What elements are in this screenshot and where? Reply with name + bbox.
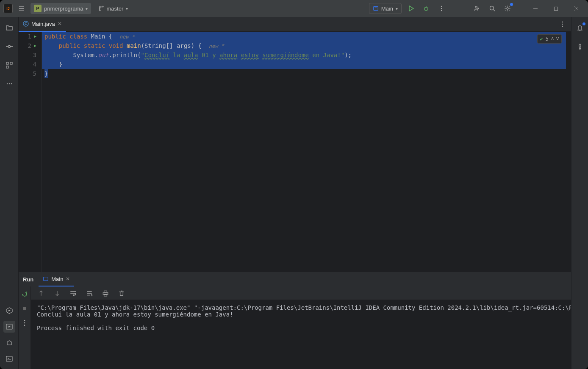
rerun-button[interactable] [19, 288, 31, 300]
svg-point-30 [579, 48, 580, 50]
svg-point-20 [562, 24, 563, 25]
svg-point-24 [24, 320, 25, 321]
project-selector[interactable]: P primerprograma ▾ [31, 3, 91, 14]
terminal-tool-button[interactable] [3, 353, 15, 365]
svg-rect-22 [44, 277, 48, 281]
run-tab-label: Main [51, 276, 63, 282]
scroll-down-button[interactable] [51, 287, 63, 299]
svg-point-7 [507, 8, 508, 9]
left-tool-gutter [0, 17, 19, 369]
project-letter: P [34, 5, 42, 12]
run-tool-button[interactable] [3, 321, 15, 333]
svg-point-15 [11, 83, 11, 84]
run-panel: Run Main ✕ [19, 272, 571, 369]
run-panel-title: Run [23, 276, 33, 283]
svg-point-19 [562, 22, 563, 22]
minimize-button[interactable] [527, 3, 544, 14]
clear-button[interactable] [116, 287, 128, 299]
project-tool-button[interactable] [3, 22, 15, 34]
run-tab[interactable]: Main ✕ [39, 272, 74, 286]
svg-point-13 [6, 83, 7, 84]
editor-tab-more[interactable] [557, 18, 569, 30]
gutter-run-icon[interactable]: ▶ [34, 32, 36, 41]
print-button[interactable] [100, 287, 111, 299]
inspection-widget[interactable]: ✔ 5 ᐱ ᐯ [537, 34, 562, 44]
editor-tab-row: Main.java ✕ [19, 17, 571, 32]
run-button[interactable] [405, 3, 417, 14]
inspection-count: 5 [546, 34, 549, 44]
editor-tab[interactable]: Main.java ✕ [19, 17, 66, 32]
editor-scrollbar[interactable] [566, 32, 571, 272]
scroll-to-end-button[interactable] [83, 287, 95, 299]
svg-rect-8 [554, 7, 557, 10]
right-tool-gutter [571, 17, 588, 369]
run-panel-header: Run Main ✕ [19, 272, 571, 286]
chevron-down-icon: ▾ [86, 6, 88, 11]
svg-point-9 [8, 46, 10, 48]
svg-point-18 [23, 21, 28, 26]
chevron-down-icon: ▾ [126, 6, 128, 11]
svg-point-3 [441, 8, 442, 9]
editor-tab-label: Main.java [31, 21, 55, 27]
check-icon: ✔ [540, 34, 543, 44]
editor-code[interactable]: public class Main { new * public static … [42, 32, 566, 272]
svg-rect-23 [23, 307, 26, 310]
editor-gutter: 1▶ 2▶ 3 4 5 [19, 32, 42, 272]
structure-tool-button[interactable] [3, 59, 15, 71]
gutter-run-icon[interactable]: ▶ [34, 41, 36, 50]
close-button[interactable] [568, 3, 585, 14]
svg-rect-12 [6, 66, 8, 68]
more-run-options[interactable] [435, 3, 447, 14]
svg-point-25 [24, 322, 25, 324]
build-tool-button[interactable] [3, 337, 15, 349]
svg-point-4 [441, 10, 442, 11]
svg-rect-10 [6, 62, 8, 64]
branch-name: master [106, 6, 123, 12]
run-output-toolbar [31, 286, 571, 300]
code-with-me-button[interactable] [471, 3, 483, 14]
git-branch-selector[interactable]: master ▾ [94, 3, 131, 14]
soft-wrap-button[interactable] [67, 287, 79, 299]
services-tool-button[interactable] [3, 305, 15, 317]
scroll-up-button[interactable] [35, 287, 47, 299]
editor[interactable]: 1▶ 2▶ 3 4 5 public class Main { new * pu… [19, 32, 571, 272]
maximize-button[interactable] [547, 3, 564, 14]
notifications-button[interactable] [574, 22, 586, 34]
svg-point-1 [424, 7, 428, 11]
ai-assistant-button[interactable] [574, 41, 586, 52]
svg-point-6 [490, 6, 494, 10]
close-tab-button[interactable]: ✕ [58, 21, 62, 27]
main-menu-button[interactable] [16, 3, 27, 14]
app-logo: IJ [3, 4, 13, 13]
svg-point-26 [24, 325, 25, 326]
stop-button[interactable] [19, 303, 31, 314]
run-config-icon [43, 276, 49, 282]
chevron-up-icon[interactable]: ᐱ [551, 34, 554, 44]
svg-rect-28 [104, 291, 107, 292]
run-config-selector[interactable]: Main ▾ [369, 3, 402, 14]
svg-point-14 [8, 83, 9, 84]
run-config-icon [373, 6, 379, 11]
svg-point-5 [475, 6, 477, 8]
run-more-button[interactable] [19, 317, 31, 329]
branch-icon [98, 6, 104, 11]
svg-rect-29 [104, 294, 107, 296]
chevron-down-icon[interactable]: ᐯ [556, 34, 559, 44]
close-run-tab[interactable]: ✕ [66, 276, 70, 282]
debug-button[interactable] [420, 3, 432, 14]
more-tools-button[interactable] [3, 78, 15, 90]
settings-button[interactable] [502, 3, 513, 14]
titlebar: IJ P primerprograma ▾ master ▾ Main ▾ [0, 0, 588, 17]
svg-point-2 [441, 6, 442, 7]
svg-rect-0 [374, 7, 378, 11]
run-config-name: Main [381, 6, 393, 12]
chevron-down-icon: ▾ [396, 6, 398, 11]
commit-tool-button[interactable] [3, 41, 15, 52]
run-side-toolbar [19, 286, 31, 369]
run-output[interactable]: "C:\Program Files\Java\jdk-17\bin\java.e… [31, 300, 571, 369]
search-everywhere-button[interactable] [486, 3, 498, 14]
java-class-icon [23, 21, 29, 27]
svg-point-21 [562, 26, 563, 27]
project-name: primerprograma [44, 6, 83, 12]
svg-rect-11 [10, 62, 12, 64]
